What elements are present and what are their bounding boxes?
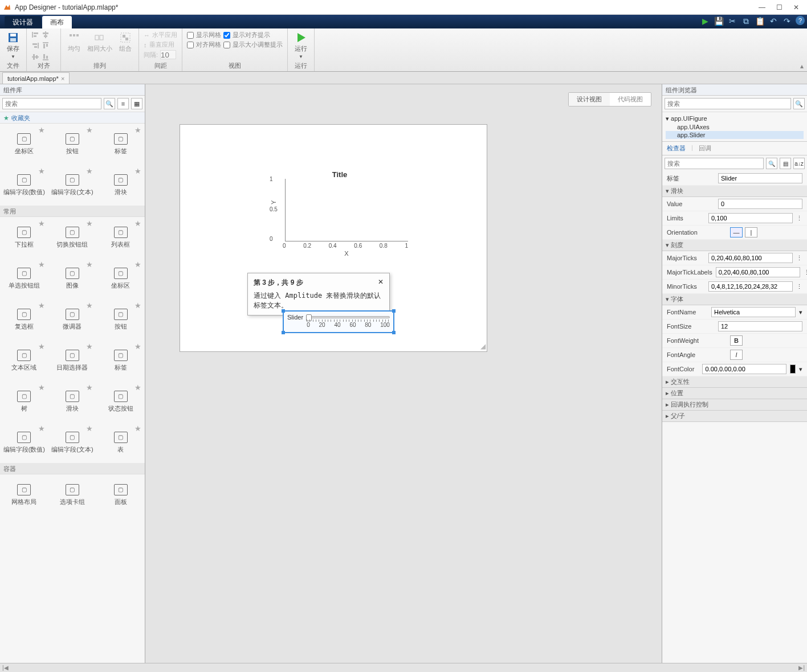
copy-icon[interactable]: ⧉ — [741, 16, 751, 26]
run-button[interactable]: 运行 ▼ — [292, 31, 309, 60]
apply-vertical[interactable]: ↕垂直应用 — [144, 40, 177, 49]
component-item[interactable]: ★▢编辑字段(数值) — [0, 165, 48, 206]
alpha-sort-icon[interactable]: a↓z — [793, 158, 805, 169]
section-position[interactable]: ▸ 位置 — [662, 388, 807, 399]
component-item[interactable]: ▢面板 — [96, 474, 145, 515]
component-search-input[interactable] — [2, 98, 101, 109]
align-center-h-icon[interactable] — [42, 31, 50, 39]
favorite-star-icon[interactable]: ★ — [134, 424, 141, 433]
prop-value-input[interactable] — [718, 199, 802, 209]
favorite-star-icon[interactable]: ★ — [86, 342, 93, 351]
favorite-star-icon[interactable]: ★ — [38, 424, 45, 433]
tooltip-close-icon[interactable]: ✕ — [378, 278, 384, 288]
slider-track[interactable]: 02040 6080100 — [307, 314, 390, 328]
prop-minorticks-input[interactable] — [708, 281, 793, 292]
collapse-ribbon-icon[interactable]: ▴ — [800, 62, 804, 70]
favorite-star-icon[interactable]: ★ — [86, 167, 93, 175]
group-button[interactable]: 组合 — [117, 31, 134, 54]
run-icon[interactable]: ▶ — [700, 16, 710, 26]
component-item[interactable]: ★▢单选按钮组 — [0, 258, 48, 299]
prop-fontname-input[interactable] — [711, 307, 796, 317]
tab-designer[interactable]: 设计器 — [5, 16, 41, 28]
color-swatch[interactable] — [790, 364, 796, 374]
component-item[interactable]: ★▢按钮 — [96, 299, 145, 340]
tree-node-uiaxes[interactable]: app.UIAxes — [666, 123, 804, 131]
component-item[interactable]: ▢网格布局 — [0, 474, 48, 515]
category-view-icon[interactable]: ▤ — [780, 158, 791, 169]
component-item[interactable]: ▢选项卡组 — [48, 474, 97, 515]
component-item[interactable]: ★▢复选框 — [0, 299, 48, 340]
scroll-right-icon[interactable]: ▶| — [798, 665, 805, 671]
component-item[interactable]: ★▢状态按钮 — [96, 381, 145, 422]
component-item[interactable]: ★▢切换按钮组 — [48, 217, 97, 258]
section-parent-child[interactable]: ▸ 父/子 — [662, 411, 807, 422]
component-item[interactable]: ★▢列表框 — [96, 217, 145, 258]
save-icon[interactable]: 💾 — [714, 16, 724, 26]
align-top-icon[interactable] — [42, 42, 50, 50]
scroll-left-icon[interactable]: |◀ — [2, 665, 9, 671]
component-item[interactable]: ★▢文本区域 — [0, 340, 48, 381]
favorite-star-icon[interactable]: ★ — [134, 383, 141, 392]
property-search-input[interactable] — [665, 158, 764, 169]
bold-button[interactable]: B — [730, 335, 743, 346]
component-item[interactable]: ★▢滑块 — [48, 381, 97, 422]
orientation-vertical-button[interactable]: | — [745, 227, 757, 237]
paste-icon[interactable]: 📋 — [755, 16, 765, 26]
list-view-icon[interactable]: ≡ — [117, 98, 129, 109]
favorite-star-icon[interactable]: ★ — [38, 301, 45, 310]
cut-icon[interactable]: ✂ — [727, 16, 737, 26]
slider-component[interactable]: Slider 02040 6080100 — [283, 310, 394, 333]
favorite-star-icon[interactable]: ★ — [86, 219, 93, 228]
component-item[interactable]: ★▢表 — [96, 422, 145, 463]
favorite-star-icon[interactable]: ★ — [86, 424, 93, 433]
favorite-star-icon[interactable]: ★ — [134, 219, 141, 228]
prop-majorticklabels-input[interactable] — [716, 267, 800, 277]
component-item[interactable]: ★▢标签 — [96, 124, 145, 165]
more-icon[interactable]: ⋮ — [796, 255, 802, 262]
prop-fontcolor-input[interactable] — [702, 364, 786, 374]
uifigure[interactable]: Title Y 1 0.5 0 00.20.4 0.60.81 X 第 3 步，… — [180, 124, 487, 352]
uiaxes[interactable]: Title Y 1 0.5 0 00.20.4 0.60.81 X — [271, 170, 408, 253]
help-icon[interactable]: ? — [796, 16, 805, 25]
favorite-star-icon[interactable]: ★ — [38, 383, 45, 392]
component-item[interactable]: ★▢编辑字段(文本) — [48, 422, 97, 463]
search-icon[interactable]: 🔍 — [766, 158, 777, 169]
section-slider[interactable]: ▾ 滑块 — [662, 186, 807, 197]
favorite-star-icon[interactable]: ★ — [86, 260, 93, 269]
samesize-button[interactable]: 相同大小 — [85, 31, 115, 54]
more-icon[interactable]: ⋮ — [796, 283, 802, 290]
tree-node-uifigure[interactable]: ▾ app.UIFigure — [666, 114, 804, 123]
selection-handle[interactable] — [392, 309, 396, 313]
show-align-hints-checkbox[interactable]: 显示对齐提示 — [223, 31, 283, 39]
align-bottom-icon[interactable] — [42, 53, 50, 61]
file-tab[interactable]: tutorialApp.mlapp* × — [2, 72, 70, 84]
prop-fontsize-input[interactable] — [718, 321, 802, 331]
component-item[interactable]: ★▢坐标区 — [96, 258, 145, 299]
prop-label-input[interactable] — [718, 173, 802, 183]
favorite-star-icon[interactable]: ★ — [134, 167, 141, 175]
component-item[interactable]: ★▢树 — [0, 381, 48, 422]
align-grid-checkbox[interactable]: 对齐网格 — [187, 40, 221, 49]
component-item[interactable]: ★▢按钮 — [48, 124, 97, 165]
selection-handle[interactable] — [282, 331, 285, 334]
show-resize-hints-checkbox[interactable]: 显示大小调整提示 — [223, 40, 283, 49]
favorite-star-icon[interactable]: ★ — [134, 342, 141, 351]
favorite-star-icon[interactable]: ★ — [38, 167, 45, 175]
apply-horizontal[interactable]: ↔水平应用 — [144, 31, 177, 39]
component-item[interactable]: ★▢下拉框 — [0, 217, 48, 258]
more-icon[interactable]: ⋮ — [804, 269, 807, 276]
favorite-star-icon[interactable]: ★ — [86, 126, 93, 134]
favorite-star-icon[interactable]: ★ — [38, 260, 45, 269]
component-item[interactable]: ★▢编辑字段(文本) — [48, 165, 97, 206]
section-interactivity[interactable]: ▸ 交互性 — [662, 376, 807, 388]
design-view-button[interactable]: 设计视图 — [569, 93, 610, 106]
favorite-star-icon[interactable]: ★ — [86, 301, 93, 310]
resize-grip-icon[interactable]: ◢ — [480, 342, 486, 350]
align-center-v-icon[interactable] — [31, 53, 39, 61]
favorite-star-icon[interactable]: ★ — [134, 301, 141, 310]
italic-button[interactable]: I — [730, 350, 743, 360]
section-callback-exec[interactable]: ▸ 回调执行控制 — [662, 399, 807, 411]
favorite-star-icon[interactable]: ★ — [38, 126, 45, 134]
code-view-button[interactable]: 代码视图 — [610, 93, 651, 106]
save-button[interactable]: 保存 ▼ — [5, 31, 22, 60]
